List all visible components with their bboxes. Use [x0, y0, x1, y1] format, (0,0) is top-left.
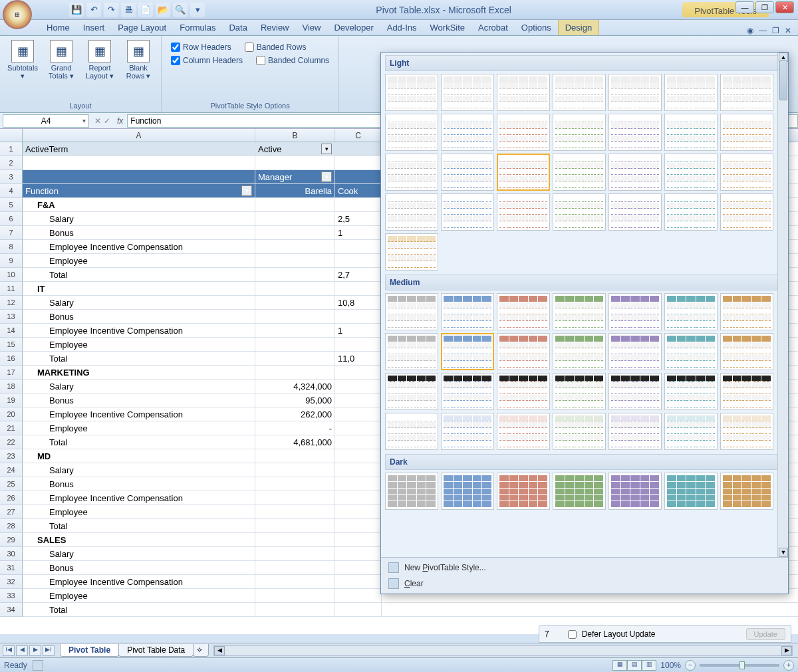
- style-thumbnail[interactable]: [720, 373, 773, 410]
- style-thumbnail[interactable]: [497, 193, 550, 231]
- row-header[interactable]: 22: [0, 435, 23, 449]
- qat-undo[interactable]: ↶: [86, 3, 101, 17]
- row-header[interactable]: 3: [0, 170, 23, 184]
- style-thumbnail[interactable]: [553, 333, 606, 370]
- style-thumbnail[interactable]: [553, 154, 606, 191]
- cell[interactable]: 11,0: [335, 352, 382, 365]
- banded-columns-checkbox[interactable]: Banded Columns: [256, 56, 329, 65]
- cell[interactable]: [255, 212, 335, 225]
- cell[interactable]: [255, 324, 335, 337]
- cell[interactable]: SALES: [23, 533, 255, 546]
- gallery-scrollbar[interactable]: ▲ ▼: [777, 53, 788, 557]
- tab-acrobat[interactable]: Acrobat: [471, 20, 515, 35]
- grand-totals-button[interactable]: ▦Grand Totals ▾: [44, 39, 78, 80]
- cell[interactable]: MD: [23, 449, 255, 463]
- row-header[interactable]: 19: [0, 393, 23, 407]
- style-thumbnail[interactable]: [497, 413, 550, 450]
- cell[interactable]: Employee: [23, 254, 255, 267]
- qat-save[interactable]: 💾: [69, 3, 84, 17]
- style-thumbnail[interactable]: [720, 293, 773, 330]
- cell[interactable]: [255, 477, 335, 491]
- style-thumbnail[interactable]: [553, 114, 606, 151]
- zoom-slider[interactable]: [700, 664, 779, 667]
- style-thumbnail[interactable]: [385, 233, 438, 271]
- style-thumbnail[interactable]: [553, 373, 606, 410]
- doc-minimize-icon[interactable]: —: [759, 26, 767, 35]
- row-header[interactable]: 8: [0, 240, 23, 254]
- row-header[interactable]: 30: [0, 547, 23, 561]
- cell[interactable]: Total: [23, 435, 255, 449]
- sheet-tab-pivot-table[interactable]: Pivot Table: [60, 644, 119, 657]
- style-thumbnail[interactable]: [553, 413, 606, 450]
- cell[interactable]: 10,8: [335, 296, 382, 309]
- cell[interactable]: [335, 435, 382, 449]
- cell[interactable]: [255, 463, 335, 477]
- subtotals-button[interactable]: ▦Subtotals▾: [5, 39, 40, 80]
- qat-open[interactable]: 📂: [156, 3, 170, 17]
- row-header[interactable]: 32: [0, 575, 23, 589]
- row-header[interactable]: 6: [0, 212, 23, 226]
- view-page-break[interactable]: ▥: [642, 660, 656, 671]
- dropdown-icon[interactable]: ▾: [241, 185, 252, 196]
- qat-new[interactable]: 🔍: [173, 3, 188, 17]
- cell[interactable]: Employee Incentive Compensation: [23, 407, 255, 421]
- row-header[interactable]: 12: [0, 296, 23, 310]
- style-thumbnail[interactable]: [441, 373, 494, 410]
- update-button[interactable]: Update: [746, 628, 785, 640]
- style-thumbnail[interactable]: [385, 373, 438, 410]
- office-button[interactable]: ⊞: [3, 0, 32, 29]
- minimize-button[interactable]: —: [735, 1, 754, 13]
- style-thumbnail[interactable]: [385, 473, 438, 510]
- style-thumbnail[interactable]: [441, 154, 494, 191]
- style-thumbnail[interactable]: [608, 193, 662, 231]
- cell[interactable]: [255, 519, 335, 532]
- sheet-nav-prev[interactable]: ◀: [16, 645, 28, 656]
- style-thumbnail[interactable]: [608, 154, 662, 191]
- cell[interactable]: [255, 156, 335, 169]
- cell[interactable]: [23, 156, 255, 169]
- cell[interactable]: 1: [335, 226, 382, 239]
- row-header[interactable]: 10: [0, 268, 23, 282]
- cell[interactable]: Employee: [23, 421, 255, 435]
- style-thumbnail[interactable]: [497, 373, 550, 410]
- cell[interactable]: [335, 142, 382, 156]
- row-header[interactable]: 4: [0, 184, 23, 198]
- style-thumbnail[interactable]: [664, 413, 718, 450]
- cell[interactable]: Employee: [23, 589, 255, 602]
- cell[interactable]: [335, 519, 382, 532]
- tab-page-layout[interactable]: Page Layout: [111, 20, 173, 35]
- cell[interactable]: Total: [23, 519, 255, 532]
- tab-options[interactable]: Options: [515, 20, 558, 35]
- cell[interactable]: 4,324,000: [255, 380, 335, 393]
- doc-close-icon[interactable]: ✕: [785, 26, 791, 35]
- cell[interactable]: F&A: [23, 198, 255, 211]
- cell[interactable]: [335, 380, 382, 393]
- style-thumbnail[interactable]: [608, 373, 662, 410]
- row-header[interactable]: 1: [0, 142, 23, 156]
- cell[interactable]: -: [255, 421, 335, 435]
- cell[interactable]: Employee: [23, 505, 255, 518]
- cell[interactable]: Salary: [23, 463, 255, 477]
- cell[interactable]: Bonus: [23, 226, 255, 239]
- style-thumbnail[interactable]: [385, 154, 438, 191]
- zoom-in-button[interactable]: +: [783, 660, 794, 671]
- blank-rows-button[interactable]: ▦Blank Rows ▾: [121, 39, 156, 80]
- cell[interactable]: Salary: [23, 380, 255, 393]
- cell[interactable]: [335, 589, 382, 602]
- report-layout-button[interactable]: ▦Report Layout ▾: [82, 39, 117, 80]
- row-header[interactable]: 28: [0, 519, 23, 533]
- tab-add-ins[interactable]: Add-Ins: [380, 20, 424, 35]
- cell[interactable]: 2,5: [335, 212, 382, 225]
- style-thumbnail[interactable]: [608, 114, 662, 151]
- tab-worksite[interactable]: WorkSite: [424, 20, 472, 35]
- cell[interactable]: IT: [23, 282, 255, 295]
- style-thumbnail[interactable]: [553, 293, 606, 330]
- tab-view[interactable]: View: [296, 20, 328, 35]
- cell[interactable]: Salary: [23, 296, 255, 309]
- fx-label[interactable]: fx: [113, 116, 127, 126]
- style-thumbnail[interactable]: [664, 473, 718, 510]
- cell[interactable]: [335, 547, 382, 560]
- sheet-nav-next[interactable]: ▶: [29, 645, 41, 656]
- sheet-tab-insert[interactable]: ✧: [193, 644, 209, 657]
- qat-print[interactable]: 🖶: [121, 3, 136, 17]
